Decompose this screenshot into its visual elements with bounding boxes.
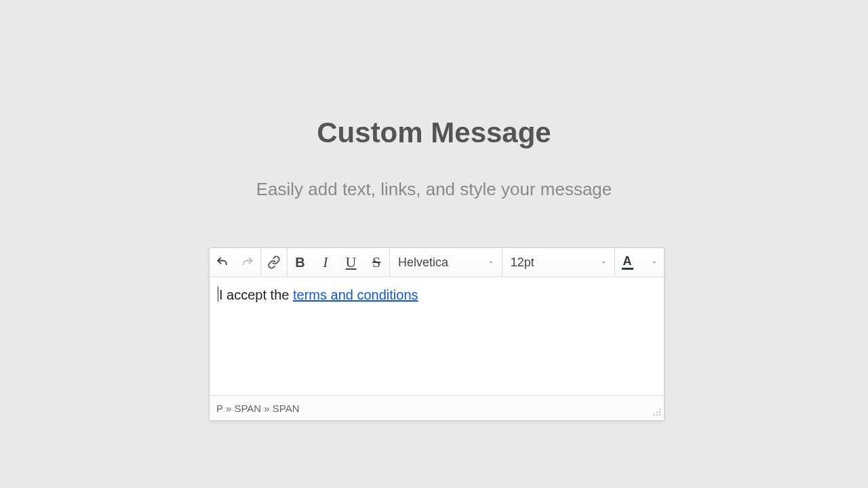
font-size-label: 12pt (511, 256, 593, 270)
redo-button[interactable] (235, 248, 261, 277)
font-family-label: Helvetica (398, 256, 480, 270)
svg-point-1 (656, 411, 658, 413)
font-size-dropdown[interactable]: 12pt (502, 248, 614, 277)
link-icon (267, 256, 281, 269)
svg-point-5 (659, 414, 660, 415)
editor-toolbar: B I U S Helvetica 12pt A (210, 248, 664, 277)
chevron-down-icon (599, 258, 608, 266)
undo-button[interactable] (210, 248, 235, 277)
svg-point-0 (659, 409, 660, 410)
underline-button[interactable]: U (338, 248, 364, 277)
svg-point-3 (654, 414, 655, 415)
resize-handle-icon[interactable] (652, 407, 661, 418)
text-cursor (218, 287, 218, 302)
page-subtitle: Easily add text, links, and style your m… (0, 179, 868, 200)
svg-point-2 (659, 411, 660, 413)
italic-button[interactable]: I (313, 248, 338, 277)
page-title: Custom Message (0, 117, 868, 149)
editor-content[interactable]: I accept the terms and conditions (210, 277, 664, 395)
bold-button[interactable]: B (288, 248, 313, 277)
element-path: P » SPAN » SPAN (216, 403, 300, 414)
strikethrough-button[interactable]: S (363, 248, 389, 277)
undo-icon (216, 256, 229, 269)
editor-statusbar: P » SPAN » SPAN (210, 395, 664, 420)
chevron-down-icon (650, 258, 658, 266)
content-link[interactable]: terms and conditions (293, 287, 418, 302)
redo-icon (241, 256, 254, 269)
link-button[interactable] (261, 248, 287, 277)
text-color-dropdown[interactable]: A (614, 248, 664, 277)
svg-point-4 (656, 414, 658, 415)
chevron-down-icon (487, 258, 495, 266)
content-plain-text: I accept the (219, 287, 293, 302)
font-family-dropdown[interactable]: Helvetica (389, 248, 502, 277)
rich-text-editor: B I U S Helvetica 12pt A (209, 247, 665, 421)
text-color-icon: A (622, 255, 633, 270)
page-root: Custom Message Easily add text, links, a… (0, 0, 868, 488)
